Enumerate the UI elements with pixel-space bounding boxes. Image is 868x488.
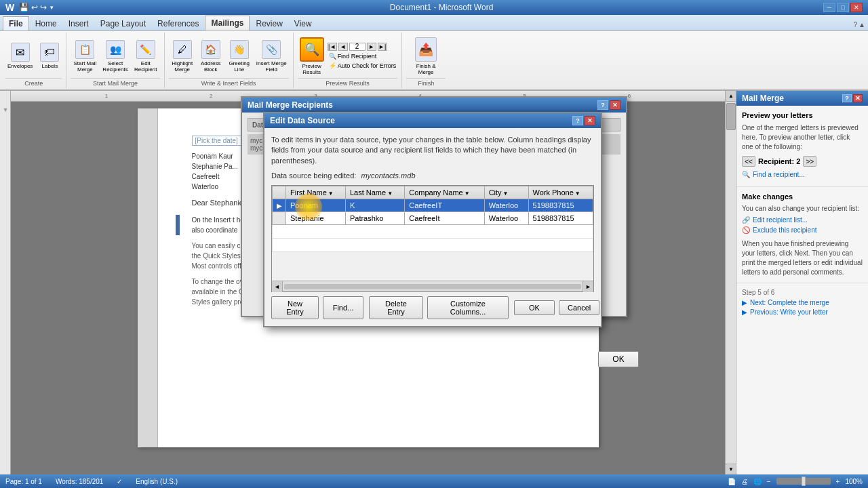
find-recipient-btn[interactable]: 🔍 Find Recipient bbox=[328, 52, 398, 60]
highlight-merge-fields-btn[interactable]: 🖊 HighlightMerge bbox=[169, 38, 196, 75]
last-record-btn[interactable]: ►| bbox=[378, 43, 387, 51]
table-scroll-area[interactable]: First Name▼ Last Name▼ Company Name▼ Cit… bbox=[272, 186, 593, 281]
ribbon-help-icon[interactable]: ? bbox=[854, 21, 858, 28]
start-mail-merge-group-label: Start Mail Merge bbox=[71, 78, 159, 87]
th-first-name[interactable]: First Name▼ bbox=[286, 186, 346, 199]
recipients-help-btn[interactable]: ? bbox=[597, 100, 608, 110]
scroll-thumb[interactable] bbox=[726, 103, 736, 130]
preview-group-label: Preview Results bbox=[298, 78, 398, 87]
zoom-level: 100% bbox=[845, 478, 863, 485]
next-arrow-icon: ▶ bbox=[742, 299, 747, 306]
view-web-btn[interactable]: 🌐 bbox=[753, 478, 762, 485]
doc-left-margin bbox=[138, 108, 158, 447]
row1-city[interactable]: Waterloo bbox=[484, 199, 528, 212]
panel-help-btn[interactable]: ? bbox=[842, 94, 852, 102]
th-work-phone[interactable]: Work Phone▼ bbox=[528, 186, 593, 199]
row1-first-name[interactable]: Poonam bbox=[286, 199, 346, 212]
view-normal-btn[interactable]: 📄 bbox=[728, 478, 736, 485]
zoom-slider[interactable] bbox=[776, 478, 831, 485]
ok-btn[interactable]: OK bbox=[514, 300, 555, 315]
prev-btn[interactable]: ◄ bbox=[338, 43, 348, 51]
row1-phone[interactable]: 5198837815 bbox=[528, 199, 593, 212]
edit-ds-help-btn[interactable]: ? bbox=[572, 116, 583, 125]
scroll-down-btn[interactable]: ▼ bbox=[726, 464, 736, 474]
maximize-btn[interactable]: □ bbox=[837, 3, 849, 12]
next-btn[interactable]: ► bbox=[367, 43, 376, 51]
labels-btn[interactable]: 🏷 Labels bbox=[37, 41, 62, 71]
ribbon-minimize-icon[interactable]: ▲ bbox=[859, 21, 865, 28]
tab-references[interactable]: References bbox=[152, 17, 204, 30]
merge-instructions: When you have finished previewing your l… bbox=[742, 239, 863, 277]
new-entry-btn[interactable]: New Entry bbox=[271, 296, 319, 319]
scroll-up-btn[interactable]: ▲ bbox=[726, 91, 736, 102]
h-scroll-right-btn[interactable]: ► bbox=[583, 281, 593, 292]
outer-ok-btn[interactable]: OK bbox=[598, 351, 639, 367]
start-mail-merge-btn[interactable]: 📋 Start MailMerge bbox=[71, 38, 99, 75]
delete-entry-btn[interactable]: Delete Entry bbox=[369, 296, 423, 319]
row1-company[interactable]: CaefreeIT bbox=[405, 199, 484, 212]
record-number[interactable] bbox=[349, 43, 366, 51]
table-row-2[interactable]: Stephanie Patrashko CaefreeIt Waterloo 5… bbox=[273, 212, 593, 225]
edit-recipient-list-btn[interactable]: ✏️ EditRecipient bbox=[132, 38, 160, 75]
row2-city[interactable]: Waterloo bbox=[484, 212, 528, 225]
auto-check-errors-btn[interactable]: ⚡ Auto Check for Errors bbox=[328, 62, 398, 70]
dropdown-icon[interactable]: ▼ bbox=[49, 5, 54, 11]
cancel-btn[interactable]: Cancel bbox=[559, 300, 599, 315]
row2-phone[interactable]: 5198837815 bbox=[528, 212, 593, 225]
first-recipient-btn[interactable]: << bbox=[742, 156, 755, 167]
insert-merge-field-btn[interactable]: 📎 Insert MergeField bbox=[254, 38, 289, 75]
outer-ok-container: OK bbox=[598, 351, 639, 367]
tab-review[interactable]: Review bbox=[250, 17, 288, 30]
th-company-name[interactable]: Company Name▼ bbox=[405, 186, 484, 199]
row2-last-name[interactable]: Patrashko bbox=[345, 212, 404, 225]
row1-last-name[interactable]: K bbox=[345, 199, 404, 212]
word-icon: W bbox=[5, 2, 14, 13]
panel-close-btn[interactable]: ✕ bbox=[853, 94, 863, 102]
tab-mailings[interactable]: Mailings bbox=[205, 16, 250, 30]
row2-first-name[interactable]: Stephanie bbox=[286, 212, 346, 225]
zoom-thumb[interactable] bbox=[802, 476, 806, 486]
tab-file[interactable]: File bbox=[3, 16, 29, 30]
tab-home[interactable]: Home bbox=[30, 17, 62, 30]
address-block-btn[interactable]: 🏠 AddressBlock bbox=[197, 38, 224, 75]
doc-vscrollbar[interactable]: ▲ ▼ bbox=[725, 91, 736, 474]
greeting-line-btn[interactable]: 👋 GreetingLine bbox=[226, 38, 253, 75]
h-scrollbar[interactable]: ◄ ► bbox=[272, 281, 593, 291]
next-step-link[interactable]: ▶ Next: Complete the merge bbox=[742, 299, 863, 306]
customize-columns-btn[interactable]: Customize Columns... bbox=[427, 296, 509, 319]
edit-recipient-list-link[interactable]: 🔗 Edit recipient list... bbox=[742, 216, 863, 224]
redo-icon[interactable]: ↪ bbox=[40, 3, 47, 12]
minimize-btn[interactable]: ─ bbox=[823, 3, 835, 12]
date-picker[interactable]: [Pick the date] bbox=[192, 136, 241, 146]
view-layout-btn[interactable]: 🖨 bbox=[741, 478, 748, 485]
write-insert-group-label: Write & Insert Fields bbox=[169, 78, 289, 87]
th-checkbox[interactable] bbox=[273, 186, 286, 199]
undo-icon[interactable]: ↩ bbox=[31, 3, 38, 12]
find-recipient-link[interactable]: 🔍 Find a recipient... bbox=[742, 171, 863, 178]
zoom-in-btn[interactable]: + bbox=[836, 478, 840, 485]
prev-record-btn[interactable]: |◄ bbox=[328, 43, 337, 51]
row2-company[interactable]: CaefreeIt bbox=[405, 212, 484, 225]
h-scroll-left-btn[interactable]: ◄ bbox=[272, 281, 283, 292]
last-recipient-btn[interactable]: >> bbox=[803, 156, 816, 167]
zoom-out-btn[interactable]: − bbox=[767, 478, 771, 485]
exclude-recipient-link[interactable]: 🚫 Exclude this recipient bbox=[742, 226, 863, 234]
table-row-1[interactable]: ▶ Poonam K CaefreeIT Waterloo 5198837815 bbox=[273, 199, 593, 212]
prev-step-link[interactable]: ▶ Previous: Write your letter bbox=[742, 308, 863, 316]
finish-merge-btn[interactable]: 📤 Finish &Merge bbox=[413, 35, 439, 77]
tab-pagelayout[interactable]: Page Layout bbox=[95, 17, 151, 30]
tab-view[interactable]: View bbox=[289, 17, 317, 30]
save-icon[interactable]: 💾 bbox=[19, 3, 29, 12]
table-row-empty bbox=[273, 225, 593, 239]
th-city[interactable]: City▼ bbox=[484, 186, 528, 199]
recipients-close-btn[interactable]: ✕ bbox=[610, 100, 620, 110]
th-last-name[interactable]: Last Name▼ bbox=[345, 186, 404, 199]
find-btn[interactable]: Find... bbox=[323, 296, 363, 319]
envelopes-btn[interactable]: ✉ Envelopes bbox=[5, 41, 35, 71]
close-btn[interactable]: ✕ bbox=[850, 3, 863, 12]
edit-datasource-dialog: Edit Data Source ? ✕ To edit items in yo… bbox=[263, 112, 602, 327]
select-recipients-btn[interactable]: 👥 SelectRecipients bbox=[100, 38, 130, 75]
edit-ds-close-btn[interactable]: ✕ bbox=[585, 116, 595, 125]
tab-insert[interactable]: Insert bbox=[63, 17, 94, 30]
preview-results-btn[interactable]: 🔍 PreviewResults bbox=[298, 35, 326, 77]
